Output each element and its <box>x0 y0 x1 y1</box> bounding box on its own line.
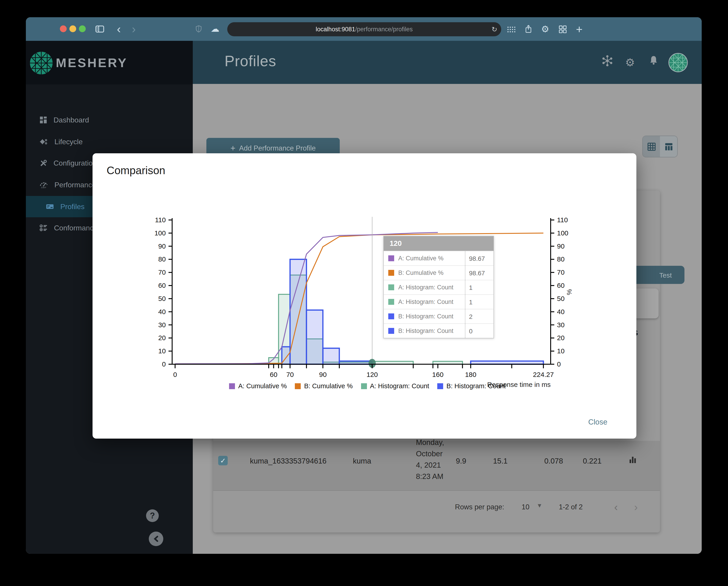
dashboard-icon <box>40 116 47 124</box>
tooltip-header: 120 <box>384 236 494 251</box>
mesh-adapters-icon[interactable] <box>600 55 615 70</box>
legend-item[interactable]: B: Cumulative % <box>295 382 353 390</box>
legend-swatch <box>437 383 443 389</box>
svg-text:70: 70 <box>158 268 166 276</box>
view-toggle <box>642 136 678 157</box>
tooltip-row: B: Histogram: Count2 <box>384 309 494 323</box>
close-button[interactable]: Close <box>586 417 610 427</box>
settings-gear-icon[interactable]: ⚙ <box>538 17 552 41</box>
legend-item[interactable]: A: Cumulative % <box>229 382 287 390</box>
svg-text:80: 80 <box>158 255 166 263</box>
table-view-icon <box>664 142 673 151</box>
tooltip-row: B: Histogram: Count0 <box>384 323 494 338</box>
legend-swatch <box>295 383 301 389</box>
collapse-sidebar-button[interactable] <box>149 532 163 546</box>
help-button[interactable]: ? <box>146 509 159 522</box>
share-icon[interactable] <box>522 17 535 41</box>
back-button[interactable]: ‹ <box>112 17 126 41</box>
svg-text:20: 20 <box>557 334 565 342</box>
chevron-left-icon <box>153 536 159 542</box>
sidebar-item-dashboard[interactable]: Dashboard <box>26 109 193 131</box>
rows-per-page-label: Rows per page: <box>455 503 504 511</box>
svg-text:10: 10 <box>158 347 166 355</box>
cloud-icon[interactable]: ☁ <box>208 17 222 41</box>
browser-titlebar: ‹ › ☁ localhost:9081/performance/profile… <box>26 17 702 41</box>
table-view-button[interactable] <box>660 136 677 157</box>
row-checkbox[interactable]: ✓ <box>218 456 228 465</box>
comparison-modal: Comparison 00101020203030404050506060707… <box>93 153 636 438</box>
shield-icon <box>192 17 206 41</box>
legend-swatch <box>229 383 235 389</box>
legend-item[interactable]: A: Histogram: Count <box>361 382 429 390</box>
tab-overview-icon[interactable] <box>556 17 569 41</box>
series-swatch <box>388 299 394 305</box>
pagination-bar: Rows per page: 10 ▼ 1-2 of 2 ‹ › <box>213 501 660 515</box>
sidebar-item-label: Profiles <box>60 203 85 211</box>
next-page-icon[interactable]: › <box>634 501 638 513</box>
configuration-icon <box>40 159 47 167</box>
tooltip-row: A: Histogram: Count1 <box>384 294 494 309</box>
close-window-button[interactable] <box>60 25 67 32</box>
url-host: localhost:9081 <box>316 26 355 33</box>
svg-text:110: 110 <box>557 216 568 223</box>
forward-button[interactable]: › <box>127 17 140 41</box>
rows-per-page-caret-icon[interactable]: ▼ <box>537 502 543 509</box>
avatar[interactable] <box>668 53 688 74</box>
svg-text:90: 90 <box>557 242 565 250</box>
rows-per-page-value[interactable]: 10 <box>522 503 529 511</box>
svg-text:100: 100 <box>557 229 568 237</box>
series-swatch <box>388 284 394 290</box>
page-title: Profiles <box>225 53 276 70</box>
browser-window: ‹ › ☁ localhost:9081/performance/profile… <box>26 17 702 554</box>
svg-text:110: 110 <box>155 216 166 223</box>
legend-swatch <box>361 383 367 389</box>
sidebar-item-lifecycle[interactable]: Lifecycle <box>26 131 193 152</box>
legend-item[interactable]: B: Histogram: Count <box>437 382 505 390</box>
series-swatch <box>388 270 394 276</box>
legend-label: B: Cumulative % <box>304 382 353 390</box>
svg-text:100: 100 <box>154 229 166 237</box>
sidebar-toggle-icon[interactable] <box>93 17 107 41</box>
row-mesh-name: kuma <box>353 457 371 465</box>
settings-gear-icon[interactable]: ⚙ <box>622 55 638 70</box>
chart-legend: A: Cumulative % B: Cumulative % A: Histo… <box>150 382 585 390</box>
pagination-range: 1-2 of 2 <box>559 503 582 511</box>
reload-icon[interactable]: ↻ <box>488 22 501 36</box>
run-test-label: Test <box>659 271 672 279</box>
svg-text:40: 40 <box>158 308 166 316</box>
grid-view-button[interactable] <box>643 136 660 157</box>
row-profile-id: kuma_1633353794616 <box>250 457 327 465</box>
svg-text:180: 180 <box>465 371 476 378</box>
comparison-chart[interactable]: 0010102020303040405050606070708080909010… <box>150 213 585 390</box>
svg-text:160: 160 <box>432 371 444 378</box>
sidebar-item-label: Lifecycle <box>54 138 83 146</box>
sidebar-item-label: Performance <box>54 181 96 189</box>
svg-text:30: 30 <box>158 321 166 328</box>
minimize-window-button[interactable] <box>70 25 76 32</box>
svg-text:10: 10 <box>557 347 565 355</box>
svg-text:60: 60 <box>270 371 277 378</box>
series-swatch <box>388 328 394 334</box>
modal-title: Comparison <box>107 164 165 177</box>
svg-text:SMP: SMP <box>41 186 47 189</box>
tooltip-row: B: Cumulative %98.67 <box>384 265 494 280</box>
url-bar[interactable]: localhost:9081/performance/profiles <box>227 22 501 36</box>
logo-text: MESHERY <box>56 56 128 70</box>
svg-text:70: 70 <box>557 268 565 276</box>
svg-text:60: 60 <box>557 282 565 289</box>
zoom-window-button[interactable] <box>79 25 86 32</box>
conformance-icon <box>40 224 48 232</box>
meshery-logo-icon <box>29 51 53 75</box>
svg-text:50: 50 <box>158 295 166 302</box>
notifications-bell-icon[interactable] <box>646 55 661 70</box>
tab-groups-icon[interactable] <box>504 17 518 41</box>
row-p50: 0.078 <box>544 457 563 465</box>
new-tab-icon[interactable]: + <box>572 17 586 41</box>
previous-page-icon[interactable]: ‹ <box>614 501 618 513</box>
tooltip-row: A: Histogram: Count1 <box>384 280 494 294</box>
svg-text:40: 40 <box>557 308 565 316</box>
row-chart-icon[interactable] <box>629 455 636 465</box>
app-header: Profiles ⚙ <box>193 41 702 84</box>
chart-tooltip: 120 A: Cumulative %98.67 B: Cumulative %… <box>383 236 494 338</box>
svg-text:90: 90 <box>319 371 327 378</box>
